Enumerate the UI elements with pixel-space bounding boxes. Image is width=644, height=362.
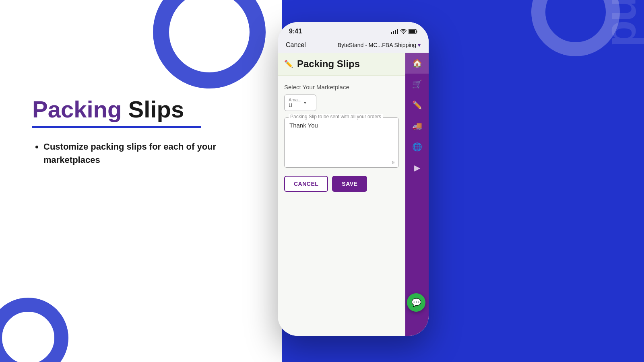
left-content: Packing Slips Customize packing slips fo… bbox=[32, 97, 254, 167]
marketplace-value-wrapper: Ama... U bbox=[289, 97, 301, 108]
sidebar: 🏠 🛒 ✏️ 🚚 🌐 ▶ 💬 bbox=[405, 53, 429, 336]
nav-dropdown-arrow[interactable]: ▾ bbox=[418, 42, 421, 48]
heading-purple: Packing bbox=[32, 96, 122, 122]
chat-button[interactable]: 💬 bbox=[407, 293, 425, 312]
sidebar-home-icon[interactable]: 🏠 bbox=[405, 53, 429, 74]
main-content: ✏️ Packing Slips Select Your Marketplace… bbox=[278, 53, 405, 336]
svg-rect-6 bbox=[409, 30, 415, 33]
svg-rect-2 bbox=[395, 30, 396, 34]
cancel-button[interactable]: CANCEL bbox=[284, 176, 328, 192]
phone-wrapper: 9:41 bbox=[278, 22, 429, 336]
app-body: ✏️ Packing Slips Select Your Marketplace… bbox=[278, 53, 429, 336]
textarea-wrapper: Packing Slip to be sent with all your or… bbox=[284, 117, 399, 168]
marketplace-section-label: Select Your Marketplace bbox=[284, 84, 399, 90]
sidebar-edit-icon[interactable]: ✏️ bbox=[405, 95, 429, 115]
packing-slip-textarea[interactable]: Thank You bbox=[289, 122, 394, 156]
heading-dark: Slips bbox=[122, 96, 184, 122]
save-button[interactable]: SAVE bbox=[332, 176, 367, 192]
nav-cancel-link[interactable]: Cancel bbox=[286, 41, 306, 49]
nav-title: ByteStand - MC...FBA Shipping ▾ bbox=[338, 42, 421, 48]
wifi-icon bbox=[400, 29, 407, 34]
svg-rect-0 bbox=[391, 32, 392, 34]
sidebar-cart-icon[interactable]: 🛒 bbox=[405, 74, 429, 95]
char-count: 9 bbox=[392, 160, 394, 165]
nav-bar: Cancel ByteStand - MC...FBA Shipping ▾ bbox=[278, 38, 429, 53]
marketplace-dropdown[interactable]: Ama... U ▾ bbox=[284, 95, 316, 111]
page-title: Packing Slips bbox=[297, 58, 360, 70]
svg-rect-1 bbox=[393, 31, 394, 34]
svg-rect-5 bbox=[417, 31, 417, 33]
marketplace-truncated: Ama... bbox=[289, 97, 301, 102]
status-bar: 9:41 bbox=[278, 22, 429, 38]
form-area: Select Your Marketplace Ama... U ▾ Packi… bbox=[278, 76, 405, 200]
sidebar-play-icon[interactable]: ▶ bbox=[405, 157, 429, 178]
battery-icon bbox=[409, 29, 417, 34]
main-heading: Packing Slips bbox=[32, 97, 254, 122]
marketplace-sub-value: U bbox=[289, 102, 301, 108]
pencil-icon: ✏️ bbox=[284, 60, 293, 68]
heading-underline bbox=[32, 126, 201, 128]
textarea-legend: Packing Slip to be sent with all your or… bbox=[289, 114, 383, 119]
marketplace-section: Select Your Marketplace Ama... U ▾ bbox=[284, 84, 399, 111]
feature-item-1: Customize packing slips for each of your… bbox=[43, 140, 254, 167]
signal-icon bbox=[391, 29, 398, 34]
svg-rect-3 bbox=[397, 29, 398, 34]
feature-list: Customize packing slips for each of your… bbox=[32, 140, 254, 167]
dropdown-arrow-icon: ▾ bbox=[304, 100, 306, 105]
sidebar-shipping-icon[interactable]: 🚚 bbox=[405, 115, 429, 136]
page-header: ✏️ Packing Slips bbox=[278, 53, 405, 76]
phone-outer: 9:41 bbox=[278, 22, 429, 336]
btn-row: CANCEL SAVE bbox=[284, 176, 399, 192]
sidebar-globe-icon[interactable]: 🌐 bbox=[405, 136, 429, 157]
status-icons bbox=[391, 29, 417, 34]
status-time: 9:41 bbox=[289, 28, 302, 35]
